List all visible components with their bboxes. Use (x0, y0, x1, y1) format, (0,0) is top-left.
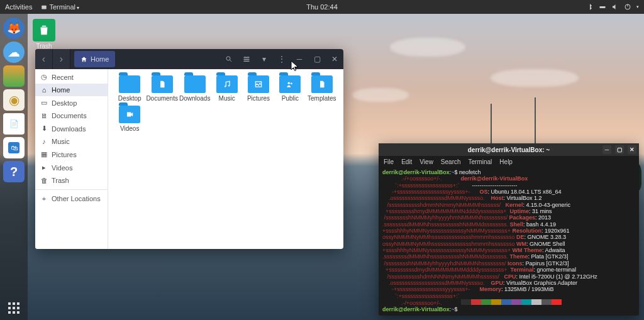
menu-file[interactable]: File (384, 158, 394, 165)
sidebar-item-label: Desktop (52, 99, 77, 107)
close-button[interactable]: ✕ (326, 49, 343, 69)
down-icon: ⬇ (40, 124, 48, 133)
sidebar-item-music[interactable]: ♪Music (35, 135, 108, 148)
mouse-cursor (291, 60, 299, 72)
folder-label: Music (219, 95, 235, 102)
sidebar-item-downloads[interactable]: ⬇Downloads (35, 122, 108, 135)
dock-app-3[interactable] (3, 65, 25, 87)
folder-icon (119, 75, 140, 93)
file-manager-content[interactable]: DesktopDocumentsDownloadsMusicPicturesPu… (108, 69, 343, 249)
folder-label: Pictures (247, 95, 270, 102)
folder-pictures[interactable]: Pictures (243, 75, 274, 102)
folder-label: Desktop (118, 95, 142, 102)
file-manager-sidebar: ◷Recent⌂Home▭Desktop🗎Documents⬇Downloads… (35, 69, 108, 249)
menu-terminal[interactable]: Terminal (469, 158, 492, 165)
app-menu[interactable]: Terminal (41, 3, 79, 11)
dock-rhythmbox[interactable]: ◉ (3, 89, 25, 111)
gnome-dock: 🦊 ☁ ◉ 📄 🛍 ? (0, 14, 28, 320)
path-crumb-home[interactable]: Home (74, 51, 115, 67)
folder-icon (119, 106, 140, 123)
svg-point-11 (291, 82, 292, 84)
folder-icon (184, 75, 206, 93)
volume-icon (611, 3, 619, 11)
search-button[interactable] (220, 49, 238, 69)
bluetooth-icon (586, 3, 594, 11)
folder-music[interactable]: Music (211, 75, 242, 102)
folder-label: Downloads (179, 95, 210, 102)
sidebar-item-label: Home (52, 86, 70, 94)
terminal-window: derrik@derrik-VirtualBox: ~ ─ ▢ ✕ FileEd… (379, 143, 639, 316)
file-manager-window: ‹ › Home ▾ ⋮ ─ ▢ ✕ ◷Recent⌂Home▭Desktop🗎… (35, 49, 343, 249)
music-icon: ♪ (40, 138, 48, 145)
folder-public[interactable]: Public (275, 75, 305, 102)
folder-icon (216, 75, 238, 93)
nav-back-button[interactable]: ‹ (35, 49, 53, 69)
dock-software[interactable]: 🛍 (3, 137, 25, 158)
menu-help[interactable]: Help (499, 158, 513, 165)
clock[interactable]: Thu 02:44 (306, 3, 338, 11)
nav-forward-button[interactable]: › (53, 49, 70, 69)
gnome-top-bar: Activities Terminal Thu 02:44 ▾ (0, 0, 644, 14)
sidebar-item-other-locations[interactable]: +Other Locations (35, 189, 108, 205)
power-icon (624, 3, 631, 11)
plus-icon: + (40, 195, 48, 202)
sidebar-item-trash[interactable]: 🗑Trash (35, 174, 108, 187)
folder-icon (152, 75, 173, 93)
sidebar-item-label: Music (52, 138, 70, 145)
trash-icon: 🗑 (40, 177, 48, 184)
pic-icon: ▦ (40, 150, 48, 158)
terminal-titlebar[interactable]: derrik@derrik-VirtualBox: ~ ─ ▢ ✕ (379, 143, 639, 156)
menu-view[interactable]: View (419, 158, 433, 165)
dock-firefox[interactable]: 🦊 (3, 18, 25, 39)
svg-rect-0 (42, 6, 47, 9)
show-applications-button[interactable] (8, 302, 19, 314)
folder-desktop[interactable]: Desktop (114, 75, 145, 102)
svg-rect-5 (244, 57, 250, 58)
folder-templates[interactable]: Templates (307, 75, 337, 102)
menu-edit[interactable]: Edit (401, 158, 412, 165)
view-dropdown-button[interactable]: ▾ (255, 49, 273, 69)
terminal-output[interactable]: derrik@derrik-VirtualBox:~$ neofetch .-/… (379, 167, 639, 316)
activities-button[interactable]: Activities (5, 3, 32, 11)
network-icon (599, 3, 606, 11)
term-maximize-button[interactable]: ▢ (615, 145, 624, 154)
sidebar-item-label: Other Locations (52, 195, 101, 202)
sidebar-item-videos[interactable]: ▸Videos (35, 161, 108, 174)
sidebar-item-documents[interactable]: 🗎Documents (35, 109, 108, 122)
list-icon (243, 55, 250, 63)
terminal-menubar: FileEditViewSearchTerminalHelp (379, 156, 639, 167)
sidebar-item-recent[interactable]: ◷Recent (35, 70, 108, 84)
sidebar-item-label: Downloads (52, 125, 86, 133)
folder-label: Documents (146, 95, 178, 102)
svg-point-9 (228, 85, 229, 86)
term-close-button[interactable]: ✕ (628, 145, 636, 154)
sidebar-item-home[interactable]: ⌂Home (35, 84, 108, 96)
sidebar-item-label: Pictures (52, 151, 77, 158)
folder-icon (248, 75, 269, 93)
sidebar-item-label: Documents (52, 112, 87, 119)
dock-app-2[interactable]: ☁ (3, 41, 25, 63)
sidebar-item-desktop[interactable]: ▭Desktop (35, 96, 108, 109)
system-tray[interactable]: ▾ (586, 3, 639, 11)
maximize-button[interactable]: ▢ (308, 49, 326, 69)
svg-point-4 (226, 57, 230, 60)
desktop-trash-icon[interactable]: Trash (33, 19, 55, 50)
desktop-icon: ▭ (40, 99, 48, 107)
folder-downloads[interactable]: Downloads (179, 75, 210, 102)
term-minimize-button[interactable]: ─ (602, 145, 611, 154)
svg-point-10 (288, 82, 291, 85)
search-icon (225, 55, 233, 63)
view-list-button[interactable] (238, 49, 255, 69)
menu-search[interactable]: Search (441, 158, 461, 165)
folder-label: Templates (308, 95, 336, 102)
folder-documents[interactable]: Documents (146, 75, 178, 102)
sidebar-item-pictures[interactable]: ▦Pictures (35, 148, 108, 161)
dock-help[interactable]: ? (3, 161, 25, 182)
folder-icon (311, 75, 333, 93)
folder-label: Public (282, 95, 299, 102)
sidebar-item-label: Trash (52, 177, 69, 184)
dock-libreoffice[interactable]: 📄 (3, 113, 25, 135)
folder-videos[interactable]: Videos (114, 106, 145, 132)
hamburger-button[interactable]: ⋮ (273, 49, 291, 69)
home-icon: ⌂ (40, 86, 48, 94)
